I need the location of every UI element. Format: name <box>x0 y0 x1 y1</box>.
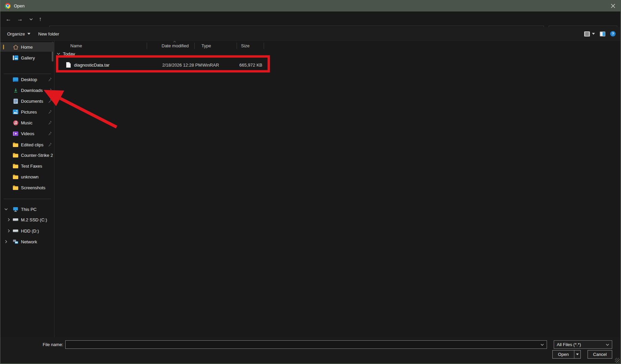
collapse-chevron-icon[interactable] <box>4 207 8 212</box>
sidebar-item-unknown[interactable]: unknown <box>0 172 54 181</box>
column-divider[interactable] <box>264 43 264 49</box>
command-toolbar: Organize New folder ? <box>0 27 620 41</box>
file-type-dropdown[interactable]: All Files (*.*) <box>554 340 612 349</box>
documents-icon <box>13 98 18 104</box>
help-icon: ? <box>610 31 616 37</box>
pin-icon <box>47 131 52 136</box>
sidebar-item-downloads[interactable]: Downloads <box>0 86 54 95</box>
pin-icon <box>47 99 52 103</box>
chevron-down-icon <box>57 53 60 55</box>
home-icon <box>13 44 18 50</box>
folder-icon <box>13 174 18 179</box>
pictures-icon <box>13 109 18 115</box>
chevron-down-icon <box>606 344 609 346</box>
pin-icon <box>47 77 52 81</box>
chevron-down-icon <box>592 33 595 35</box>
expand-chevron-icon[interactable] <box>6 228 11 233</box>
sidebar-item-documents[interactable]: Documents <box>0 96 54 106</box>
folder-icon <box>13 185 18 190</box>
this-pc-icon <box>13 207 18 212</box>
downloads-icon <box>13 88 18 93</box>
pin-icon <box>47 142 52 147</box>
cancel-button[interactable]: Cancel <box>588 350 612 359</box>
sidebar-item-pictures[interactable]: Pictures <box>0 107 54 117</box>
sidebar-item-network[interactable]: Network <box>0 237 54 246</box>
sidebar-item-drive-d[interactable]: HDD (D:) <box>0 226 54 236</box>
sidebar-item-gallery[interactable]: Gallery <box>0 53 54 63</box>
column-header-size[interactable]: Size <box>241 41 249 51</box>
sidebar-item-counter-strike-2[interactable]: Counter-Strike 2 <box>0 150 54 160</box>
window-title: Open <box>14 3 25 8</box>
file-name-combobox[interactable] <box>65 340 547 349</box>
chevron-down-icon <box>27 33 30 35</box>
file-row-diagnosticdata[interactable]: diagnosticData.tar 2/18/2026 12:28 PM Wi… <box>55 60 618 70</box>
drive-icon <box>13 217 18 222</box>
navigation-pane: Home Gallery Desktop Downloads <box>0 41 54 337</box>
title-bar: Open <box>0 0 620 11</box>
close-button[interactable] <box>605 0 620 11</box>
file-icon <box>66 62 71 68</box>
sidebar-item-drive-c[interactable]: M.2 SSD (C:) <box>0 215 54 224</box>
chrome-logo-icon <box>5 3 10 9</box>
open-button[interactable]: Open <box>552 350 581 359</box>
navigation-bar: ← → ↑ Downloads <box>0 11 620 27</box>
forward-button[interactable]: → <box>15 14 25 24</box>
organize-button[interactable]: Organize <box>7 27 30 41</box>
chevron-down-icon[interactable] <box>541 344 544 346</box>
sidebar-item-videos[interactable]: Videos <box>0 129 54 138</box>
sidebar-divider <box>4 74 51 74</box>
group-header-today[interactable]: Today <box>57 49 75 58</box>
open-split-chevron-icon[interactable] <box>574 354 580 355</box>
view-mode-button[interactable] <box>584 31 595 37</box>
dialog-footer: File name: All Files (*.*) Open <box>0 337 620 363</box>
sidebar-item-home[interactable]: Home <box>0 42 54 52</box>
help-button[interactable]: ? <box>610 31 616 37</box>
close-icon <box>611 4 615 8</box>
open-file-dialog: Open ← → ↑ Downloads <box>0 0 621 364</box>
folder-icon <box>13 152 18 158</box>
column-header-type[interactable]: Type <box>201 41 211 51</box>
preview-pane-icon <box>600 31 605 37</box>
pin-icon <box>47 88 52 92</box>
up-button[interactable]: ↑ <box>35 14 45 24</box>
expand-chevron-icon[interactable] <box>4 239 8 244</box>
file-name: diagnosticData.tar <box>74 63 110 68</box>
pin-icon <box>47 120 52 125</box>
expand-chevron-icon[interactable] <box>6 217 11 222</box>
sidebar-divider <box>4 199 51 199</box>
column-divider[interactable] <box>237 43 237 49</box>
back-button[interactable]: ← <box>3 14 14 24</box>
sidebar-item-edited-clips[interactable]: Edited clips <box>0 140 54 149</box>
file-type: WinRAR <box>202 63 219 68</box>
drive-icon <box>13 228 18 234</box>
pin-icon <box>47 110 52 114</box>
preview-pane-button[interactable] <box>600 31 605 37</box>
sort-ascending-icon <box>173 41 176 43</box>
file-name-input[interactable] <box>66 342 541 347</box>
sidebar-item-desktop[interactable]: Desktop <box>0 75 54 84</box>
recent-locations-button[interactable] <box>26 14 36 24</box>
folder-icon <box>13 163 18 169</box>
column-divider[interactable] <box>194 43 195 49</box>
file-list: Name Date modified Type Size Today diagn… <box>55 41 620 337</box>
chevron-down-icon <box>29 18 33 20</box>
file-size: 665,972 KB <box>224 63 262 68</box>
file-date-modified: 2/18/2026 12:28 PM <box>162 63 202 68</box>
music-icon <box>13 120 18 125</box>
gallery-icon <box>13 55 18 60</box>
folder-icon <box>13 142 18 147</box>
videos-icon <box>13 131 18 136</box>
resize-grip[interactable] <box>615 358 620 363</box>
desktop-icon <box>13 77 18 82</box>
column-divider[interactable] <box>147 43 147 49</box>
svg-text:?: ? <box>612 32 614 36</box>
network-icon <box>13 239 18 244</box>
sidebar-item-test-faxes[interactable]: Test Faxes <box>0 161 54 171</box>
sidebar-item-screenshots[interactable]: Screenshots <box>0 183 54 192</box>
sidebar-item-music[interactable]: Music <box>0 118 54 127</box>
new-folder-button[interactable]: New folder <box>38 27 59 41</box>
details-view-icon <box>584 31 590 37</box>
file-name-label: File name: <box>27 340 63 349</box>
sidebar-item-this-pc[interactable]: This PC <box>0 204 54 214</box>
